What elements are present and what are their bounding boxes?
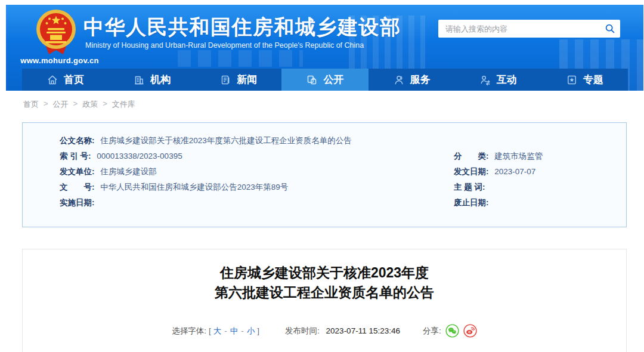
article-title: 住房城乡建设部关于核准2023年度 第六批建设工程企业资质名单的公告 (23, 263, 626, 302)
meta-row-issue-date: 发文日期: 2023-07-07 (454, 164, 626, 180)
meta-row-document-number: 文 号: 中华人民共和国住房和城乡建设部公告2023年第89号 (60, 180, 454, 195)
font-size-separator: - (224, 326, 227, 335)
nav-item-home[interactable]: 首页 (22, 69, 109, 91)
nav-item-label: 机构 (150, 73, 171, 87)
wechat-icon[interactable] (445, 324, 459, 338)
meta-label: 索 引 号: (60, 152, 91, 160)
meta-label: 发文日期: (454, 167, 489, 176)
breadcrumb: 首页 > 公开 > 政策 > 文件库 (23, 99, 135, 110)
meta-row-subject-words: 主 题 词: (454, 180, 626, 195)
search-input[interactable] (438, 20, 600, 38)
nav-item-disclosure[interactable]: 公开 (281, 69, 368, 91)
font-size-large-link[interactable]: 大 (213, 326, 222, 336)
publish-time-label: 发布时间: (285, 326, 320, 335)
breadcrumb-policy[interactable]: 政策 (82, 99, 98, 110)
page: www.mohurd.gov.cn 中华人民共和国住房和城乡建设部 Minist… (0, 0, 644, 352)
disclosure-icon (306, 74, 318, 86)
organization-icon (133, 74, 145, 86)
interaction-icon (479, 74, 491, 86)
meta-label: 发文单位: (60, 167, 95, 176)
nav-item-label: 公开 (323, 73, 343, 87)
breadcrumb-separator: > (103, 99, 107, 110)
publish-time: 发布时间: 2023-07-11 15:23:46 (285, 326, 400, 336)
meta-value: 建筑市场监管 (494, 152, 543, 160)
nav-item-label: 互动 (497, 73, 517, 87)
article-toolbar: 选择字体: [ 大 - 中 - 小 ] 发布时间: 2023-07-11 15:… (23, 324, 626, 338)
main-nav: 首页 机构 新闻 (22, 69, 628, 91)
meta-label: 废止日期: (454, 198, 489, 207)
article-title-line2: 第六批建设工程企业资质名单的公告 (23, 283, 626, 302)
nav-item-special-topic[interactable]: 专题 (541, 69, 628, 91)
special-topic-icon (566, 74, 578, 86)
nav-item-organization[interactable]: 机构 (109, 69, 195, 91)
nav-item-label: 服务 (410, 73, 431, 87)
search-icon[interactable] (600, 23, 620, 34)
site-title: 中华人民共和国住房和城乡建设部 (83, 14, 401, 41)
banner-building-graphic (178, 50, 303, 67)
meta-row-category: 分 类: 建筑市场监管 (454, 149, 626, 164)
breadcrumb-separator: > (44, 99, 48, 110)
document-meta-box: 公文名称: 住房城乡建设部关于核准2023年度第六批建设工程企业资质名单的公告 … (22, 122, 627, 227)
meta-row-document-name: 公文名称: 住房城乡建设部关于核准2023年度第六批建设工程企业资质名单的公告 (60, 133, 626, 149)
meta-label: 实施日期: (60, 198, 95, 207)
meta-value: 住房城乡建设部关于核准2023年度第六批建设工程企业资质名单的公告 (100, 136, 352, 145)
meta-row-repeal-date: 废止日期: (454, 195, 626, 211)
weibo-icon[interactable] (463, 324, 477, 338)
meta-row-issuing-unit: 发文单位: 住房城乡建设部 (60, 164, 454, 180)
breadcrumb-home[interactable]: 首页 (23, 99, 39, 110)
nav-item-news[interactable]: 新闻 (195, 69, 281, 91)
meta-label: 主 题 词: (454, 183, 485, 192)
breadcrumb-separator: > (73, 99, 78, 110)
font-size-open-bracket: [ (209, 326, 211, 335)
share-label: 分享: (423, 326, 441, 336)
font-size-label: 选择字体: (172, 326, 206, 336)
service-icon (393, 74, 405, 86)
home-icon (47, 74, 58, 86)
meta-row-implementation-date: 实施日期: (60, 195, 454, 211)
breadcrumb-document-library: 文件库 (112, 99, 135, 110)
news-icon (219, 74, 231, 86)
article-title-line1: 住房城乡建设部关于核准2023年度 (23, 263, 626, 283)
nav-item-label: 专题 (583, 73, 603, 87)
meta-value: 中华人民共和国住房和城乡建设部公告2023年第89号 (100, 183, 288, 192)
font-size-close-bracket: ] (257, 326, 259, 335)
site-url: www.mohurd.gov.cn (20, 56, 99, 65)
share-bar: 分享: (423, 324, 477, 338)
meta-value: 2023-07-07 (494, 167, 535, 176)
nav-item-service[interactable]: 服务 (369, 69, 455, 91)
meta-label: 文 号: (60, 183, 95, 192)
nav-item-interaction[interactable]: 互动 (455, 69, 541, 91)
font-size-small-link[interactable]: 小 (247, 326, 255, 336)
breadcrumb-disclosure[interactable]: 公开 (53, 99, 69, 110)
meta-label: 公文名称: (60, 136, 95, 145)
publish-time-value: 2023-07-11 15:23:46 (326, 326, 400, 335)
nav-item-label: 首页 (64, 73, 84, 87)
national-emblem-icon (35, 8, 78, 59)
nav-item-label: 新闻 (237, 73, 257, 87)
font-size-medium-link[interactable]: 中 (230, 326, 239, 336)
font-size-separator: - (241, 326, 244, 335)
meta-value: 住房城乡建设部 (100, 167, 157, 176)
font-size-selector: 选择字体: [ 大 - 中 - 小 ] (172, 326, 260, 336)
article-card: 住房城乡建设部关于核准2023年度 第六批建设工程企业资质名单的公告 选择字体:… (22, 249, 627, 352)
search-box (438, 20, 620, 38)
meta-row-index-number: 索 引 号: 000013338/2023-00395 (60, 149, 454, 164)
meta-value: 000013338/2023-00395 (97, 152, 182, 160)
site-subtitle-english: Ministry of Housing and Urban-Rural Deve… (85, 41, 364, 50)
meta-label: 分 类: (454, 152, 489, 160)
